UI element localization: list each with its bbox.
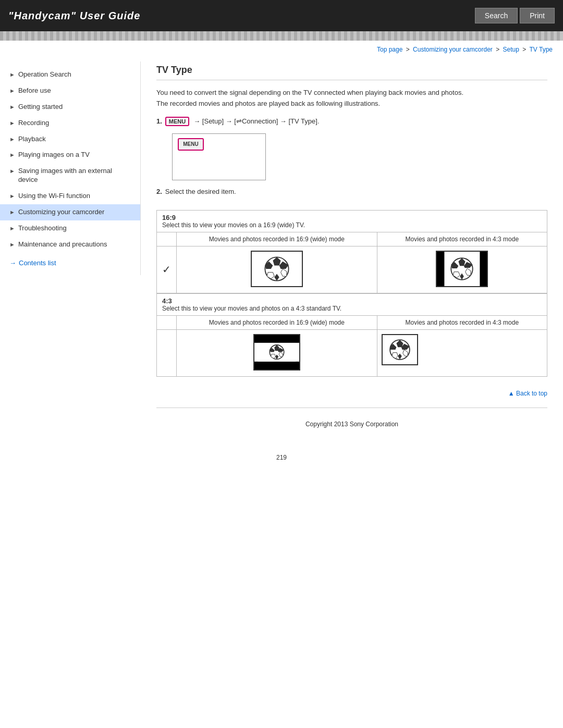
col-header-169-43: Movies and photos recorded in 4:3 mode: [377, 232, 547, 246]
tv-43-in-43: [382, 334, 418, 365]
arrow-icon: ►: [9, 241, 15, 248]
tv-inner-letterbox: [254, 342, 299, 361]
menu-screenshot: MENU: [172, 133, 266, 180]
page-title: TV Type: [156, 65, 547, 80]
page-layout: ► Operation Search ► Before use ► Gettin…: [0, 56, 563, 454]
main-content: TV Type You need to convert the signal d…: [141, 61, 563, 449]
sidebar-item-saving-images[interactable]: ► Saving images with an external device: [0, 163, 140, 188]
footer-divider: [156, 408, 547, 408]
arrow-right-icon: →: [9, 259, 16, 267]
img-cell-169-wide: [177, 246, 377, 293]
img-cell-43-43mode: [377, 329, 547, 376]
breadcrumb-sep1: >: [406, 46, 411, 53]
table-row-43-colheader: Movies and photos recorded in 16:9 (wide…: [157, 315, 547, 329]
arrow-icon: ►: [9, 151, 15, 158]
section-43-label: 4:3: [162, 297, 172, 305]
sidebar-item-before-use[interactable]: ► Before use: [0, 83, 140, 99]
stripe-decoration: [0, 31, 563, 41]
contents-list-link[interactable]: → Contents list: [0, 253, 140, 270]
copyright: Copyright 2013 Sony Corporation: [156, 413, 547, 438]
breadcrumb-sep2: >: [496, 46, 501, 53]
img-cell-169-43mode: [377, 246, 547, 293]
tv-type-table: 16:9 Select this to view your movies on …: [156, 210, 547, 377]
checkmark-169: ✓: [157, 246, 177, 293]
arrow-icon: ►: [9, 192, 15, 200]
tv-169-in-43: [253, 334, 300, 371]
step1-text: → [Setup] → [⇌Connection] → [TV Type].: [193, 117, 319, 125]
col-header-169-wide: Movies and photos recorded in 16:9 (wide…: [177, 232, 377, 246]
tv-inner-pillarbox: [445, 252, 480, 286]
tv-43-in-wide: [436, 251, 488, 287]
intro-paragraph: You need to convert the signal depending…: [156, 88, 547, 109]
back-to-top-link[interactable]: Back to top: [508, 390, 547, 397]
menu-button-highlighted: MENU: [178, 138, 204, 151]
menu-button-image: MENU: [165, 117, 189, 126]
col-header-43-43: Movies and photos recorded in 4:3 mode: [377, 315, 547, 329]
table-row-43-header: 4:3 Select this to view your movies and …: [157, 293, 547, 316]
back-to-top[interactable]: Back to top: [156, 387, 547, 402]
table-row-169-images: ✓: [157, 246, 547, 293]
header: "Handycam" User Guide Search Print: [0, 0, 563, 31]
breadcrumb-current: TV Type: [530, 46, 553, 53]
arrow-icon: ►: [9, 103, 15, 110]
tv-wide-169: [251, 251, 303, 287]
arrow-icon: ►: [9, 208, 15, 216]
sidebar-item-playback[interactable]: ► Playback: [0, 131, 140, 147]
step2-num: 2.: [156, 188, 162, 195]
sidebar-item-troubleshooting[interactable]: ► Troubleshooting: [0, 220, 140, 237]
sidebar-item-customizing[interactable]: ► Customizing your camcorder: [0, 204, 140, 220]
table-row-169-colheader: Movies and photos recorded in 16:9 (wide…: [157, 232, 547, 246]
arrow-icon: ►: [9, 225, 15, 232]
search-button[interactable]: Search: [475, 8, 518, 23]
header-actions: Search Print: [475, 8, 555, 23]
sidebar-item-wifi[interactable]: ► Using the Wi-Fi function: [0, 188, 140, 204]
arrow-icon: ►: [9, 71, 15, 78]
sidebar-item-getting-started[interactable]: ► Getting started: [0, 99, 140, 115]
arrow-icon: ►: [9, 135, 15, 143]
sidebar-item-recording[interactable]: ► Recording: [0, 115, 140, 131]
step2-text: Select the desired item.: [165, 188, 236, 195]
section-169-label: 16:9: [162, 214, 176, 221]
sidebar-item-operation-search[interactable]: ► Operation Search: [0, 67, 140, 83]
step1: 1. MENU → [Setup] → [⇌Connection] → [TV …: [156, 117, 547, 126]
img-cell-43-wide: [177, 329, 377, 376]
breadcrumb-setup[interactable]: Setup: [503, 46, 519, 53]
step1-num: 1.: [156, 117, 162, 125]
breadcrumb-top[interactable]: Top page: [377, 46, 402, 53]
table-row-43-images: [157, 329, 547, 376]
table-row-169-header: 16:9 Select this to view your movies on …: [157, 210, 547, 232]
breadcrumb: Top page > Customizing your camcorder > …: [0, 41, 563, 56]
arrow-icon: ►: [9, 87, 15, 94]
step2: 2. Select the desired item.: [156, 188, 547, 203]
arrow-icon: ►: [9, 119, 15, 127]
sidebar: ► Operation Search ► Before use ► Gettin…: [0, 61, 141, 275]
breadcrumb-customizing[interactable]: Customizing your camcorder: [413, 46, 493, 53]
section-169-desc: Select this to view your movies on a 16:…: [162, 221, 305, 229]
sidebar-item-playing-images[interactable]: ► Playing images on a TV: [0, 147, 140, 163]
section-43-desc: Select this to view your movies and phot…: [162, 305, 341, 312]
app-title: "Handycam" User Guide: [8, 10, 140, 22]
print-button[interactable]: Print: [520, 8, 555, 23]
breadcrumb-sep3: >: [522, 46, 528, 53]
sidebar-item-maintenance[interactable]: ► Maintenance and precautions: [0, 237, 140, 253]
col-header-43-wide: Movies and photos recorded in 16:9 (wide…: [177, 315, 377, 329]
page-number: 219: [0, 454, 563, 466]
arrow-icon: ►: [9, 167, 15, 175]
